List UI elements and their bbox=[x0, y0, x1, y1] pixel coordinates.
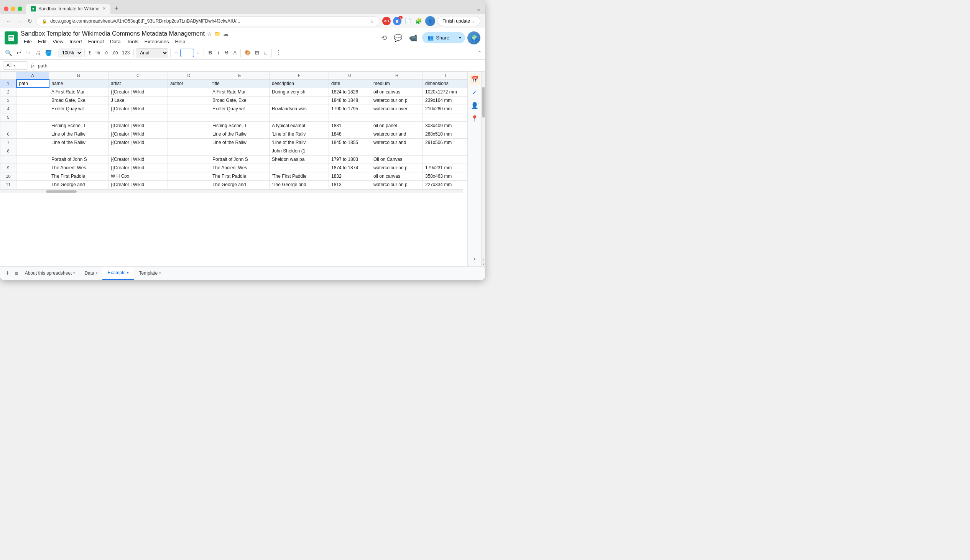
cell[interactable]: 1874 to 1874 bbox=[329, 163, 371, 172]
sidebar-icon-calendar[interactable]: 📅 bbox=[469, 74, 480, 85]
col-header-i[interactable]: I bbox=[423, 72, 468, 80]
cell[interactable]: {{Creator | Wikid bbox=[109, 180, 168, 189]
cell[interactable] bbox=[423, 113, 468, 122]
cell[interactable]: W H Cox bbox=[109, 172, 168, 180]
vertical-scrollbar[interactable]: ↑ ↓ bbox=[481, 72, 485, 266]
currency-btn[interactable]: £ bbox=[87, 48, 93, 57]
percent-btn[interactable]: % bbox=[94, 48, 102, 57]
cell[interactable] bbox=[17, 172, 49, 180]
tab-example[interactable]: Example ▾ bbox=[102, 267, 135, 280]
cell[interactable] bbox=[269, 163, 329, 172]
extension-icon-1[interactable]: AB bbox=[382, 17, 391, 25]
cell[interactable]: {{Creator | Wikid bbox=[109, 163, 168, 172]
cell[interactable] bbox=[49, 113, 109, 122]
collapse-toolbar-btn[interactable]: ⌃ bbox=[477, 50, 482, 56]
cell[interactable]: watercolour on p bbox=[371, 96, 423, 105]
cell[interactable] bbox=[269, 96, 329, 105]
cell[interactable]: oil on panel bbox=[371, 122, 423, 130]
cell[interactable]: Line of the Railw bbox=[49, 138, 109, 147]
cell[interactable]: oil on canvas bbox=[371, 88, 423, 96]
cell[interactable] bbox=[17, 113, 49, 122]
sidebar-icon-person[interactable]: 👤 bbox=[469, 100, 480, 111]
menu-edit[interactable]: Edit bbox=[35, 38, 49, 45]
cell-g1[interactable]: date bbox=[329, 79, 371, 88]
cell[interactable]: watercolour on p bbox=[371, 180, 423, 189]
cell[interactable]: Broad Gate, Exe bbox=[210, 96, 269, 105]
undo-btn[interactable]: ↩ bbox=[15, 47, 23, 58]
merge-btn[interactable]: ⊏ bbox=[261, 48, 269, 57]
cell[interactable]: 1848 bbox=[329, 130, 371, 138]
share-dropdown-button[interactable]: ▾ bbox=[455, 32, 465, 43]
tab-close-icon[interactable]: ✕ bbox=[102, 6, 106, 11]
cell[interactable]: Sheldon was pa bbox=[269, 155, 329, 163]
cell[interactable] bbox=[109, 147, 168, 155]
cell[interactable] bbox=[109, 113, 168, 122]
cell[interactable] bbox=[17, 105, 49, 113]
cell[interactable] bbox=[269, 113, 329, 122]
cell-f1[interactable]: description bbox=[269, 79, 329, 88]
cell[interactable]: 'The George and bbox=[269, 180, 329, 189]
row-header[interactable]: 11 bbox=[0, 180, 17, 189]
col-header-c[interactable]: C bbox=[109, 72, 168, 80]
all-sheets-button[interactable]: ≡ bbox=[13, 269, 20, 278]
sidebar-icon-map[interactable]: 📍 bbox=[469, 113, 480, 124]
active-tab[interactable]: ■ Sandbox Template for Wikime ✕ bbox=[26, 4, 110, 14]
tab-bar-menu[interactable]: ⌄ bbox=[476, 5, 481, 12]
cell[interactable]: 1848 to 1848 bbox=[329, 96, 371, 105]
strikethrough-btn[interactable]: S bbox=[222, 48, 231, 57]
cell[interactable]: The Ancient Wes bbox=[49, 163, 109, 172]
bookmark-icon[interactable]: ☆ bbox=[370, 18, 374, 24]
cell[interactable] bbox=[17, 155, 49, 163]
cell[interactable]: 1797 to 1803 bbox=[329, 155, 371, 163]
zoom-selector[interactable]: 100% bbox=[58, 48, 82, 57]
font-size-input[interactable]: 10 bbox=[180, 48, 194, 57]
cell[interactable]: The Ancient Wes bbox=[210, 163, 269, 172]
cell[interactable]: The First Paddle bbox=[49, 172, 109, 180]
cell[interactable] bbox=[168, 105, 210, 113]
cell[interactable]: 227x334 mm bbox=[423, 180, 468, 189]
finish-update-button[interactable]: Finish update ⋮ bbox=[437, 16, 480, 26]
traffic-light-yellow[interactable] bbox=[11, 7, 15, 11]
cell[interactable]: During a very sh bbox=[269, 88, 329, 96]
row-header[interactable]: 10 bbox=[0, 172, 17, 180]
cell-c1[interactable]: artist bbox=[109, 79, 168, 88]
row-header[interactable]: 8 bbox=[0, 147, 17, 155]
row-header[interactable]: 3 bbox=[0, 96, 17, 105]
cell[interactable] bbox=[168, 163, 210, 172]
bold-btn[interactable]: B bbox=[206, 48, 215, 57]
menu-insert[interactable]: Insert bbox=[66, 38, 85, 45]
cell[interactable]: Line of the Railw bbox=[210, 138, 269, 147]
cell[interactable]: Broad Gate, Exe bbox=[49, 96, 109, 105]
cell[interactable]: Exeter Quay wit bbox=[210, 105, 269, 113]
cell[interactable] bbox=[168, 96, 210, 105]
search-toolbar-btn[interactable]: 🔍 bbox=[3, 47, 14, 58]
cell-ref-dropdown-icon[interactable]: ▾ bbox=[13, 63, 15, 67]
menu-tools[interactable]: Tools bbox=[124, 38, 141, 45]
cell[interactable]: The George and bbox=[49, 180, 109, 189]
folder-icon[interactable]: 📁 bbox=[214, 31, 221, 37]
cell[interactable] bbox=[49, 147, 109, 155]
history-icon[interactable]: ⟲ bbox=[379, 32, 389, 45]
row-header[interactable]: 2 bbox=[0, 88, 17, 96]
borders-btn[interactable]: ⊞ bbox=[253, 48, 261, 57]
cell[interactable]: {{Creator | Wikid bbox=[109, 155, 168, 163]
cell[interactable]: {{Creator | Wikid bbox=[109, 130, 168, 138]
cell[interactable] bbox=[168, 122, 210, 130]
cell-e1[interactable]: title bbox=[210, 79, 269, 88]
row-header[interactable]: 9 bbox=[0, 163, 17, 172]
cell-b1[interactable]: name bbox=[49, 79, 109, 88]
cell[interactable] bbox=[17, 147, 49, 155]
cell[interactable]: {{Creator | Wikid bbox=[109, 105, 168, 113]
cell[interactable]: {{Creator | Wikid bbox=[109, 138, 168, 147]
cell[interactable]: The George and bbox=[210, 180, 269, 189]
cell[interactable]: Rowlandson was bbox=[269, 105, 329, 113]
cell[interactable]: A typical exampl bbox=[269, 122, 329, 130]
reload-button[interactable]: ↻ bbox=[26, 17, 34, 26]
cell[interactable] bbox=[17, 88, 49, 96]
cell[interactable] bbox=[168, 172, 210, 180]
cell[interactable]: Fishing Scene, T bbox=[210, 122, 269, 130]
horizontal-scrollbar[interactable] bbox=[0, 189, 463, 193]
col-header-a[interactable]: A bbox=[17, 72, 49, 80]
extension-icon-4[interactable]: 🧩 bbox=[415, 17, 423, 25]
cell[interactable]: 1790 to 1795 bbox=[329, 105, 371, 113]
